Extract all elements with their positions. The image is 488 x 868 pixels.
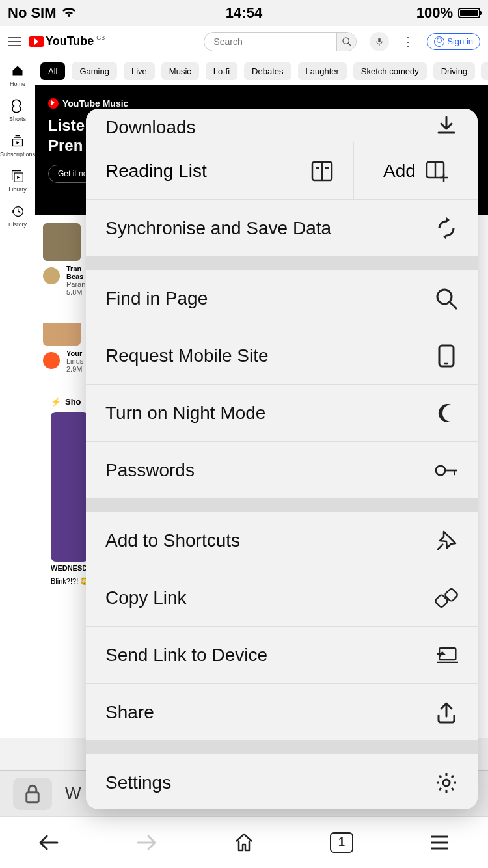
- send-device-icon: [435, 644, 458, 667]
- tabs-button[interactable]: 1: [329, 830, 354, 855]
- chip[interactable]: Gaming: [72, 62, 117, 80]
- back-button[interactable]: [36, 830, 61, 855]
- chip[interactable]: All: [40, 62, 65, 80]
- library-icon: [10, 169, 25, 183]
- yt-sidebar: Home Shorts Subscriptions Library Histor…: [0, 57, 35, 738]
- site-security-button[interactable]: [13, 778, 52, 810]
- shorts-icon: ⚡: [51, 397, 61, 407]
- pin-icon: [435, 529, 458, 552]
- video-views: 2.9M: [66, 365, 83, 373]
- svg-rect-2: [379, 38, 381, 42]
- chip[interactable]: Background music: [481, 62, 488, 80]
- mic-button[interactable]: [370, 32, 389, 51]
- menu-copy-link[interactable]: Copy Link: [86, 569, 478, 627]
- menu-button[interactable]: [427, 830, 452, 855]
- yt-play-icon: [29, 36, 44, 47]
- search-button[interactable]: [336, 33, 356, 51]
- kebab-icon[interactable]: ⋮: [397, 34, 419, 49]
- link-icon: [435, 586, 458, 610]
- chip[interactable]: Lo-fi: [206, 62, 237, 80]
- chip[interactable]: Driving: [433, 62, 475, 80]
- tab-count: 1: [330, 832, 353, 853]
- sidebar-label: Shorts: [9, 116, 26, 122]
- sidebar-item-shorts[interactable]: Shorts: [9, 99, 26, 122]
- menu-sync[interactable]: Synchronise and Save Data: [86, 200, 478, 257]
- phone-icon: [435, 344, 458, 368]
- gear-icon: [435, 771, 458, 794]
- history-icon: [10, 204, 25, 219]
- yt-logo[interactable]: YouTube GB: [29, 34, 105, 48]
- menu-downloads[interactable]: Downloads: [86, 109, 478, 142]
- add-label: Add: [383, 161, 416, 182]
- hamburger-icon[interactable]: [8, 37, 21, 46]
- svg-line-20: [450, 303, 456, 308]
- ytmusic-logo: YouTube Music: [48, 98, 488, 109]
- menu-passwords[interactable]: Passwords: [86, 442, 478, 499]
- moon-icon: [435, 401, 458, 425]
- battery-percent: 100%: [416, 5, 453, 21]
- menu-label: Find in Page: [105, 288, 208, 309]
- sidebar-item-subs[interactable]: Subscriptions: [0, 134, 35, 157]
- short-thumb[interactable]: [51, 412, 88, 562]
- yt-logo-text: YouTube: [46, 34, 94, 48]
- status-bar: No SIM 14:54 100%: [0, 0, 488, 26]
- chip[interactable]: Debates: [244, 62, 291, 80]
- shorts-icon: [10, 99, 25, 113]
- home-button[interactable]: [232, 830, 256, 855]
- svg-line-1: [348, 43, 351, 46]
- channel-name: Paran: [66, 280, 85, 288]
- share-icon: [435, 701, 458, 724]
- menu-settings[interactable]: Settings: [86, 754, 478, 809]
- menu-label: Send Link to Device: [105, 645, 267, 666]
- subscriptions-icon: [10, 134, 25, 148]
- channel-avatar[interactable]: [43, 352, 60, 369]
- home-icon: [10, 64, 25, 78]
- yt-region: GB: [96, 34, 105, 41]
- video-views: 5.8M: [66, 288, 85, 296]
- banner-line2: Pren: [48, 137, 83, 154]
- menu-reading-list[interactable]: Reading List: [86, 142, 354, 199]
- menu-label: Passwords: [105, 460, 195, 481]
- ytmusic-icon: [48, 98, 59, 109]
- signin-button[interactable]: Sign in: [427, 33, 480, 50]
- menu-separator: [86, 499, 478, 512]
- menu-find-in-page[interactable]: Find in Page: [86, 270, 478, 327]
- sidebar-label: History: [8, 221, 27, 228]
- search-input[interactable]: [204, 36, 336, 47]
- menu-request-mobile[interactable]: Request Mobile Site: [86, 327, 478, 385]
- wifi-icon: [62, 8, 76, 18]
- chip[interactable]: Live: [124, 62, 155, 80]
- svg-point-23: [436, 465, 445, 474]
- menu-label: Synchronise and Save Data: [105, 218, 331, 239]
- svg-line-26: [437, 544, 443, 550]
- banner-line1: Liste: [48, 116, 85, 134]
- sidebar-item-history[interactable]: History: [8, 204, 27, 228]
- svg-point-31: [443, 780, 450, 786]
- search-box[interactable]: [204, 32, 357, 51]
- video-thumb[interactable]: [43, 223, 81, 261]
- browser-toolbar: 1: [0, 816, 488, 868]
- sidebar-item-library[interactable]: Library: [8, 169, 27, 193]
- menu-reading-list-row: Reading List Add: [86, 142, 478, 200]
- chip[interactable]: Music: [161, 62, 199, 80]
- search-icon: [435, 287, 458, 310]
- menu-label: Downloads: [105, 117, 196, 138]
- sim-status: No SIM: [8, 5, 57, 21]
- yt-header: YouTube GB ⋮ Sign in: [0, 26, 488, 57]
- menu-send-to-device[interactable]: Send Link to Device: [86, 627, 478, 684]
- chip[interactable]: Sketch comedy: [353, 62, 427, 80]
- video-thumb[interactable]: [43, 308, 81, 346]
- add-reading-icon: [425, 159, 448, 183]
- key-icon: [435, 459, 458, 482]
- menu-night-mode[interactable]: Turn on Night Mode: [86, 385, 478, 442]
- menu-separator: [86, 257, 478, 270]
- forward-button[interactable]: [134, 830, 159, 855]
- menu-add-to-reading-list[interactable]: Add: [354, 142, 478, 199]
- channel-avatar[interactable]: [43, 267, 60, 284]
- chip[interactable]: Laughter: [298, 62, 347, 80]
- sidebar-item-home[interactable]: Home: [10, 64, 25, 87]
- menu-label: Add to Shortcuts: [105, 530, 240, 551]
- browser-menu-sheet: Downloads Reading List Add: [86, 109, 478, 809]
- menu-share[interactable]: Share: [86, 684, 478, 741]
- menu-add-shortcut[interactable]: Add to Shortcuts: [86, 512, 478, 569]
